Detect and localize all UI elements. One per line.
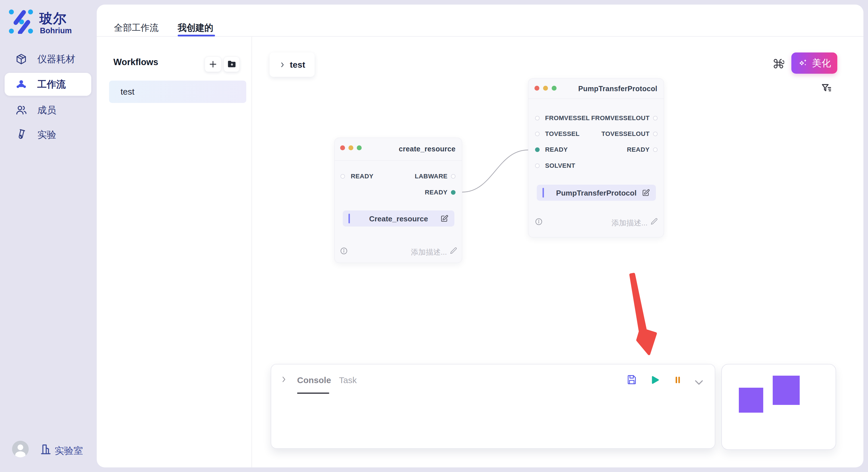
port-label: READY: [425, 189, 447, 196]
sidebar-item-workflow[interactable]: 工作流: [5, 73, 91, 96]
filter-icon: [820, 82, 832, 94]
sidebar-item-label: 成员: [37, 104, 56, 117]
port-label: READY: [627, 146, 650, 154]
edge-connection: [462, 150, 528, 192]
breadcrumb-label: test: [290, 60, 305, 70]
add-workflow-button[interactable]: [205, 57, 221, 72]
port-label: READY: [351, 172, 373, 180]
edit-node-button[interactable]: [440, 214, 448, 223]
edit-node-button[interactable]: [642, 189, 650, 197]
port-handle-output-ready[interactable]: [451, 190, 456, 195]
breadcrumb[interactable]: test: [270, 53, 315, 77]
layout-command-button[interactable]: [773, 58, 784, 69]
edit-pencil-square-icon: [642, 189, 650, 197]
node-pill: Create_resource: [343, 210, 454, 227]
info-icon: [340, 247, 348, 255]
edit-description-button[interactable]: [650, 217, 658, 226]
traffic-light-red-icon: [340, 145, 345, 150]
user-avatar[interactable]: [12, 441, 29, 458]
bohrium-logo-icon: [9, 9, 33, 34]
minimap-node: [773, 376, 800, 405]
node-pump-transfer-protocol[interactable]: PumpTransferProtocol FROMVESSEL FROMVESS…: [528, 78, 664, 237]
tab-all-workflows[interactable]: 全部工作流: [114, 22, 158, 34]
workflows-heading: Workflows: [113, 57, 158, 67]
port-label: FROMVESSELOUT: [591, 114, 650, 122]
console-tab[interactable]: Console: [297, 375, 331, 385]
node-title: PumpTransferProtocol: [578, 85, 658, 93]
workflow-icon: [15, 78, 28, 91]
workspace-switcher[interactable]: [39, 442, 52, 456]
port-handle-ready-out[interactable]: [653, 147, 658, 152]
play-icon: [650, 375, 660, 385]
sparkles-icon: [798, 58, 809, 69]
traffic-light-yellow-icon: [543, 86, 548, 91]
console-expand-button[interactable]: [280, 375, 288, 383]
port-handle-output-labware[interactable]: [451, 174, 456, 179]
edit-description-button[interactable]: [449, 246, 458, 255]
sidebar-item-experiments[interactable]: 实验: [5, 123, 91, 146]
minimap-node: [739, 388, 763, 413]
main-panel: 全部工作流 我创建的 Workflows test test: [97, 5, 863, 467]
folder-download-icon: [226, 59, 237, 69]
workflow-list-item-test[interactable]: test: [109, 80, 246, 103]
brand-name-en: Bohrium: [40, 26, 72, 35]
node-pill: PumpTransferProtocol: [537, 185, 656, 201]
active-tab-underline: [178, 35, 215, 36]
sidebar-item-label: 实验: [37, 129, 56, 141]
info-icon: [535, 217, 543, 226]
port-handle-ready-in[interactable]: [535, 147, 539, 152]
chevron-right-icon: [279, 61, 286, 68]
collapse-console-button[interactable]: [693, 376, 705, 388]
save-icon: [626, 374, 637, 385]
node-description-placeholder[interactable]: 添加描述...: [611, 218, 648, 228]
import-folder-button[interactable]: [224, 57, 240, 72]
tab-created-by-me[interactable]: 我创建的: [178, 22, 213, 34]
save-button[interactable]: [626, 374, 637, 385]
port-label: LABWARE: [415, 172, 447, 180]
console-panel: Console Task: [271, 364, 715, 449]
command-icon: [773, 58, 784, 69]
plus-icon: [208, 59, 218, 69]
pill-label: Create_resource: [343, 214, 454, 224]
brand-logo[interactable]: [9, 9, 33, 34]
edit-pencil-square-icon: [440, 214, 448, 223]
avatar-person-icon: [12, 441, 29, 458]
traffic-light-yellow-icon: [348, 145, 353, 150]
pencil-icon: [650, 217, 658, 226]
port-handle-tovesselout[interactable]: [653, 132, 658, 136]
sidebar-item-label: 仪器耗材: [37, 53, 75, 66]
port-handle-tovessel[interactable]: [535, 132, 539, 136]
task-tab[interactable]: Task: [339, 375, 357, 385]
node-header: create_resource: [335, 138, 462, 161]
port-handle-fromvessel[interactable]: [535, 116, 539, 121]
node-header: PumpTransferProtocol: [528, 78, 663, 99]
port-handle-fromvesselout[interactable]: [653, 116, 658, 121]
node-description-placeholder[interactable]: 添加描述...: [411, 247, 447, 257]
node-create-resource[interactable]: create_resource READY LABWARE READY Crea…: [334, 138, 462, 263]
port-label: SOLVENT: [545, 162, 575, 170]
sidebar-item-consumables[interactable]: 仪器耗材: [5, 47, 91, 71]
traffic-light-green-icon: [552, 86, 557, 91]
node-info-button[interactable]: [340, 247, 348, 255]
port-handle-input-ready[interactable]: [340, 174, 345, 179]
run-button[interactable]: [650, 375, 660, 385]
filter-button[interactable]: [820, 82, 832, 94]
console-tab-underline: [297, 393, 329, 394]
pause-button[interactable]: [673, 375, 683, 385]
port-handle-solvent[interactable]: [535, 164, 539, 168]
pill-label: PumpTransferProtocol: [537, 189, 656, 198]
chevron-down-icon: [693, 376, 705, 388]
node-info-button[interactable]: [535, 217, 543, 226]
sidebar-item-members[interactable]: 成员: [5, 99, 91, 122]
chevron-right-icon: [280, 375, 288, 383]
traffic-light-green-icon: [357, 145, 362, 150]
sidebar-item-label: 工作流: [37, 78, 66, 91]
building-icon: [39, 442, 52, 456]
workflow-item-label: test: [121, 87, 134, 97]
traffic-light-red-icon: [534, 86, 539, 91]
pause-icon: [673, 375, 683, 385]
minimap[interactable]: [721, 364, 836, 450]
workspace-label[interactable]: 实验室: [55, 444, 83, 458]
beautify-button[interactable]: 美化: [792, 53, 837, 74]
members-icon: [15, 104, 28, 116]
